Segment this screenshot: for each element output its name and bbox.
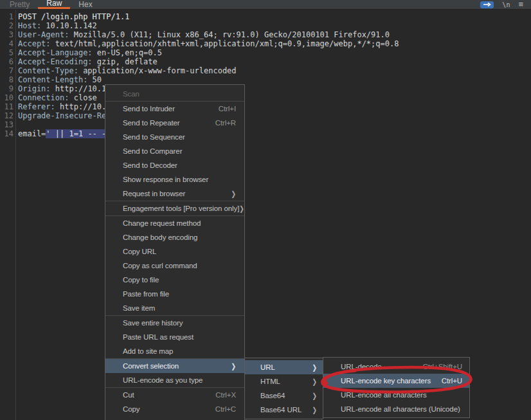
header-value: en-US,en;q=0.5 bbox=[93, 48, 162, 57]
menu-item-label: Copy bbox=[123, 405, 140, 413]
menu-item-show-response-in-browser[interactable]: Show response in browser ❯ bbox=[105, 172, 244, 187]
menu-item-paste-url-as-request[interactable]: Paste URL as request ❯ bbox=[105, 330, 244, 344]
menu-item-label: Request in browser bbox=[123, 190, 185, 197]
header-value: email= bbox=[18, 129, 46, 138]
menu-item-send-to-decoder[interactable]: Send to Decoder ❯ bbox=[105, 158, 244, 172]
submenu-chevron-icon: ❯ bbox=[231, 362, 236, 370]
request-line-8: 8 Content-Length: 50 bbox=[0, 75, 531, 84]
request-line-1: 1 POST /login.php HTTP/1.1 bbox=[0, 12, 531, 21]
menu-item-send-to-repeater[interactable]: Send to Repeater Ctrl+R ❯ bbox=[105, 116, 244, 130]
menu-item-url-encode-all-characters-unicode[interactable]: URL-encode all characters (Unicode) ❯ bbox=[323, 402, 469, 416]
menu-item-label: Add to site map bbox=[123, 347, 173, 355]
header-name: Accept-Encoding: bbox=[18, 57, 93, 66]
menu-item-label: Send to Intruder bbox=[123, 105, 175, 113]
tab-raw[interactable]: Raw bbox=[38, 0, 70, 9]
menu-item-copy-as-curl-command[interactable]: Copy as curl command ❯ bbox=[105, 259, 244, 273]
line-number: 5 bbox=[0, 48, 14, 57]
menu-item-engagement-tools-pro-version-only[interactable]: Engagement tools [Pro version only] ❯ bbox=[105, 201, 244, 215]
menu-item-label: Copy as curl command bbox=[123, 262, 197, 269]
menu-item-label: Copy to file bbox=[123, 276, 159, 284]
request-line-5: 5 Accept-Language: en-US,en;q=0.5 bbox=[0, 48, 531, 57]
submenu-chevron-icon: ❯ bbox=[239, 205, 244, 213]
menu-item-shortcut: Ctrl+X bbox=[215, 391, 236, 399]
request-line-12: 12 Upgrade-Insecure-Re bbox=[0, 111, 531, 120]
header-value: http://10. bbox=[55, 102, 106, 111]
menu-item-shortcut: Ctrl+U bbox=[442, 377, 462, 385]
line-number: 3 bbox=[0, 30, 14, 39]
menu-item-label: Save item bbox=[123, 304, 155, 312]
menu-item-label: Save entire history bbox=[123, 319, 183, 327]
header-value: gzip, deflate bbox=[93, 57, 158, 66]
menu-item-paste-from-file[interactable]: Paste from file ❯ bbox=[105, 287, 244, 301]
menu-item-label: URL-encode as you type bbox=[123, 376, 203, 384]
menu-item-shortcut: Ctrl+C bbox=[215, 405, 236, 413]
menu-item-add-to-site-map[interactable]: Add to site map ❯ bbox=[105, 344, 244, 358]
menu-item-base64-url[interactable]: Base64 URL ❯ bbox=[245, 403, 323, 417]
menu-item-label: Send to Repeater bbox=[123, 119, 180, 127]
menu-item-url[interactable]: URL ❯ bbox=[245, 360, 323, 374]
editor-menu-icon[interactable]: ≡ bbox=[518, 1, 523, 8]
request-line-14: 14 email=' || 1=1 -- - bbox=[0, 129, 531, 138]
wrap-toggle-icon[interactable] bbox=[480, 1, 494, 8]
menu-item-save-entire-history[interactable]: Save entire history ❯ bbox=[105, 316, 244, 330]
menu-item-request-in-browser[interactable]: Request in browser ❯ bbox=[105, 187, 244, 201]
menu-item-send-to-intruder[interactable]: Send to Intruder Ctrl+I ❯ bbox=[105, 102, 244, 116]
menu-item-url-encode-as-you-type[interactable]: URL-encode as you type ❯ bbox=[105, 373, 244, 387]
menu-item-cut[interactable]: Cut Ctrl+X ❯ bbox=[105, 388, 244, 402]
menu-item-label: URL-encode all characters bbox=[341, 391, 427, 399]
header-value: 50 bbox=[87, 75, 102, 84]
menu-item-copy[interactable]: Copy Ctrl+C ❯ bbox=[105, 402, 244, 416]
menu-item-label: Scan bbox=[123, 90, 140, 98]
menu-item-html[interactable]: HTML ❯ bbox=[245, 374, 323, 388]
gutter-divider bbox=[15, 10, 16, 420]
tab-pretty[interactable]: Pretty bbox=[1, 0, 38, 9]
menu-item-change-request-method[interactable]: Change request method ❯ bbox=[105, 216, 244, 230]
menu-item-url-encode-key-characters[interactable]: URL-encode key characters Ctrl+U ❯ bbox=[323, 374, 469, 388]
menu-item-label: HTML bbox=[260, 378, 280, 385]
editor-toolbar-icons: \n ≡ bbox=[480, 0, 531, 9]
header-value: text/html,application/xhtml+xml,applicat… bbox=[51, 39, 399, 48]
menu-item-copy-url[interactable]: Copy URL ❯ bbox=[105, 244, 244, 259]
request-line-2: 2 Host: 10.10.1.142 bbox=[0, 21, 531, 30]
menu-item-copy-to-file[interactable]: Copy to file ❯ bbox=[105, 273, 244, 287]
menu-item-convert-selection[interactable]: Convert selection ❯ bbox=[105, 359, 244, 373]
menu-item-base64[interactable]: Base64 ❯ bbox=[245, 388, 323, 403]
menu-item-label: URL bbox=[260, 363, 275, 371]
menu-item-label: Send to Comparer bbox=[123, 147, 182, 155]
request-line-11: 11 Referer: http://10. bbox=[0, 102, 531, 111]
line-number: 9 bbox=[0, 84, 14, 93]
header-value: Mozilla/5.0 (X11; Linux x86_64; rv:91.0)… bbox=[69, 30, 390, 39]
menu-item-save-item[interactable]: Save item ❯ bbox=[105, 301, 244, 315]
header-name: User-Agent: bbox=[18, 30, 69, 39]
menu-item-url-encode-all-characters[interactable]: URL-encode all characters ❯ bbox=[323, 388, 469, 402]
header-value: POST /login.php HTTP/1.1 bbox=[18, 12, 129, 21]
submenu-chevron-icon: ❯ bbox=[312, 392, 317, 400]
header-value: http://10.1 bbox=[51, 84, 107, 93]
header-value: close bbox=[69, 93, 96, 102]
menu-item-label: Engagement tools [Pro version only] bbox=[123, 205, 239, 212]
header-value: application/x-www-form-urlencoded bbox=[78, 66, 237, 75]
menu-item-change-body-encoding[interactable]: Change body encoding ❯ bbox=[105, 230, 244, 244]
header-name: Origin: bbox=[18, 84, 51, 93]
line-number: 7 bbox=[0, 66, 14, 75]
context-menu: Scan ❯ ❯ Send to Intruder Ctrl+I ❯ Send … bbox=[105, 84, 245, 420]
request-line-7: 7 Content-Type: application/x-www-form-u… bbox=[0, 66, 531, 75]
menu-item-label: Paste URL as request bbox=[123, 333, 194, 341]
line-number: 10 bbox=[0, 93, 14, 102]
menu-item-send-to-sequencer[interactable]: Send to Sequencer ❯ bbox=[105, 130, 244, 144]
header-value: 10.10.1.142 bbox=[41, 21, 97, 30]
header-name: Upgrade-Insecure-Re bbox=[18, 111, 106, 120]
burp-message-editor: Pretty Raw Hex \n ≡ 1 POST /login.php HT… bbox=[0, 0, 531, 420]
menu-item-send-to-comparer[interactable]: Send to Comparer ❯ bbox=[105, 144, 244, 158]
menu-item-label: Cut bbox=[123, 391, 134, 399]
submenu-chevron-icon: ❯ bbox=[312, 378, 317, 386]
menu-item-label: URL-decode bbox=[341, 363, 382, 370]
newline-toggle-icon[interactable]: \n bbox=[502, 1, 510, 8]
menu-item-label: Show response in browser bbox=[123, 176, 208, 183]
menu-item-url-decode[interactable]: URL-decode Ctrl+Shift+U ❯ bbox=[323, 360, 469, 374]
menu-item-label: Change body encoding bbox=[123, 233, 197, 241]
request-line-13: 13 bbox=[0, 120, 531, 129]
header-name: Accept: bbox=[18, 39, 51, 48]
menu-item-shortcut: Ctrl+I bbox=[219, 105, 236, 113]
tab-hex[interactable]: Hex bbox=[70, 0, 100, 9]
